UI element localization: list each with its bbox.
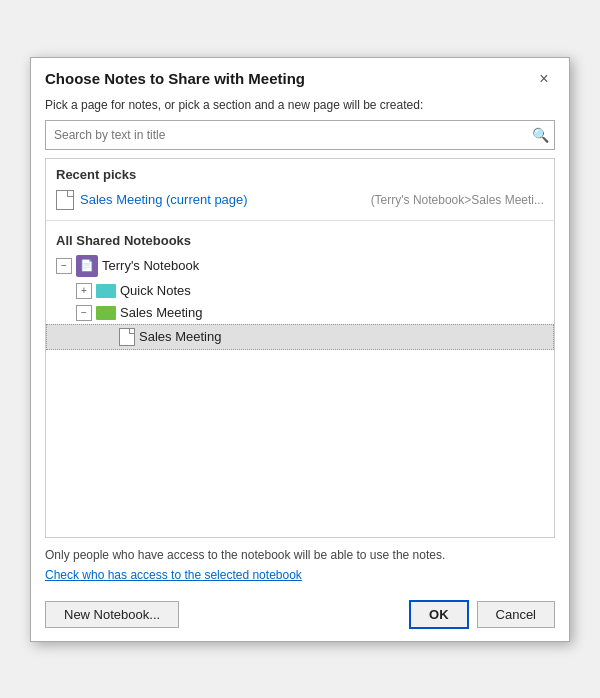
footer-link[interactable]: Check who has access to the selected not… <box>31 566 569 592</box>
search-icon[interactable]: 🔍 <box>526 121 554 149</box>
tree-container: Recent picks Sales Meeting (current page… <box>45 158 555 538</box>
title-bar: Choose Notes to Share with Meeting × <box>31 58 569 98</box>
expand-icon-quicknotes[interactable]: + <box>76 283 92 299</box>
notebook-label-terrys: Terry's Notebook <box>102 258 199 273</box>
section-label-salesmeeting: Sales Meeting <box>120 305 202 320</box>
section-label-quicknotes: Quick Notes <box>120 283 191 298</box>
recent-picks-header: Recent picks <box>46 159 554 186</box>
divider <box>46 220 554 221</box>
notebook-icon-purple: 📄 <box>76 255 98 277</box>
footer-info: Only people who have access to the noteb… <box>31 538 569 566</box>
page-item-salesmeeting[interactable]: Sales Meeting <box>46 324 554 350</box>
all-notebooks-header: All Shared Notebooks <box>46 225 554 252</box>
page-label-salesmeeting: Sales Meeting <box>139 329 221 344</box>
page-icon-small <box>119 328 135 346</box>
page-icon <box>56 190 74 210</box>
expand-icon-terrys[interactable]: − <box>56 258 72 274</box>
section-item-quicknotes[interactable]: + Quick Notes <box>46 280 554 302</box>
notebook-item-terrys[interactable]: − 📄 Terry's Notebook <box>46 252 554 280</box>
recent-item-path: (Terry's Notebook>Sales Meeti... <box>371 193 544 207</box>
footer-buttons: New Notebook... OK Cancel <box>31 592 569 641</box>
search-bar: 🔍 <box>45 120 555 150</box>
search-input[interactable] <box>46 123 526 147</box>
recent-item-name: Sales Meeting (current page) <box>80 192 365 207</box>
section-icon-green <box>96 306 116 320</box>
section-item-salesmeeting[interactable]: − Sales Meeting <box>46 302 554 324</box>
dialog: Choose Notes to Share with Meeting × Pic… <box>30 57 570 642</box>
subtitle: Pick a page for notes, or pick a section… <box>31 98 569 120</box>
cancel-button[interactable]: Cancel <box>477 601 555 628</box>
recent-pick-item[interactable]: Sales Meeting (current page) (Terry's No… <box>46 186 554 216</box>
ok-button[interactable]: OK <box>409 600 469 629</box>
new-notebook-button[interactable]: New Notebook... <box>45 601 179 628</box>
expand-icon-salesmeeting[interactable]: − <box>76 305 92 321</box>
section-icon-teal <box>96 284 116 298</box>
close-button[interactable]: × <box>533 68 555 90</box>
dialog-title: Choose Notes to Share with Meeting <box>45 70 305 87</box>
